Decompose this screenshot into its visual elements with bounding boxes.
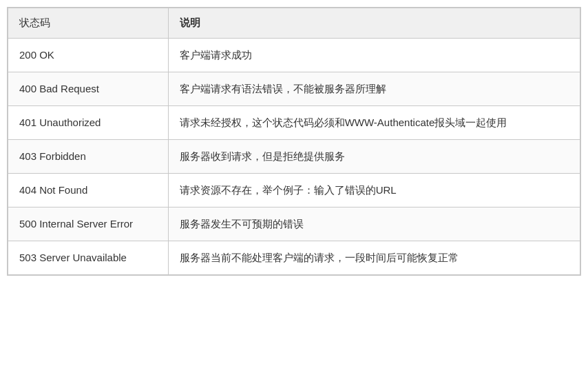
status-desc-cell: 客户端请求成功: [168, 39, 580, 72]
header-code: 状态码: [8, 8, 169, 39]
table-row: 503 Server Unavailable服务器当前不能处理客户端的请求，一段…: [8, 241, 580, 275]
status-desc-cell: 服务器发生不可预期的错误: [168, 207, 580, 241]
status-code-cell: 404 Not Found: [8, 174, 169, 207]
status-desc-cell: 服务器当前不能处理客户端的请求，一段时间后可能恢复正常: [168, 241, 580, 275]
table-header-row: 状态码 说明: [8, 8, 580, 39]
status-code-cell: 401 Unauthorized: [8, 106, 169, 140]
status-desc-cell: 请求未经授权，这个状态代码必须和WWW-Authenticate报头域一起使用: [168, 106, 580, 140]
status-code-cell: 400 Bad Request: [8, 72, 169, 106]
status-code-cell: 500 Internal Server Error: [8, 207, 169, 241]
status-code-table: 状态码 说明 200 OK客户端请求成功400 Bad Request客户端请求…: [7, 7, 581, 276]
table-row: 403 Forbidden服务器收到请求，但是拒绝提供服务: [8, 140, 580, 174]
table-row: 400 Bad Request客户端请求有语法错误，不能被服务器所理解: [8, 72, 580, 106]
table-row: 500 Internal Server Error服务器发生不可预期的错误: [8, 207, 580, 241]
table-row: 404 Not Found请求资源不存在，举个例子：输入了错误的URL: [8, 174, 580, 207]
status-desc-cell: 请求资源不存在，举个例子：输入了错误的URL: [168, 174, 580, 207]
header-desc: 说明: [168, 8, 580, 39]
status-code-cell: 403 Forbidden: [8, 140, 169, 174]
status-desc-cell: 服务器收到请求，但是拒绝提供服务: [168, 140, 580, 174]
status-code-cell: 200 OK: [8, 39, 169, 72]
table-row: 200 OK客户端请求成功: [8, 39, 580, 72]
status-desc-cell: 客户端请求有语法错误，不能被服务器所理解: [168, 72, 580, 106]
table-row: 401 Unauthorized请求未经授权，这个状态代码必须和WWW-Auth…: [8, 106, 580, 140]
status-code-cell: 503 Server Unavailable: [8, 241, 169, 275]
